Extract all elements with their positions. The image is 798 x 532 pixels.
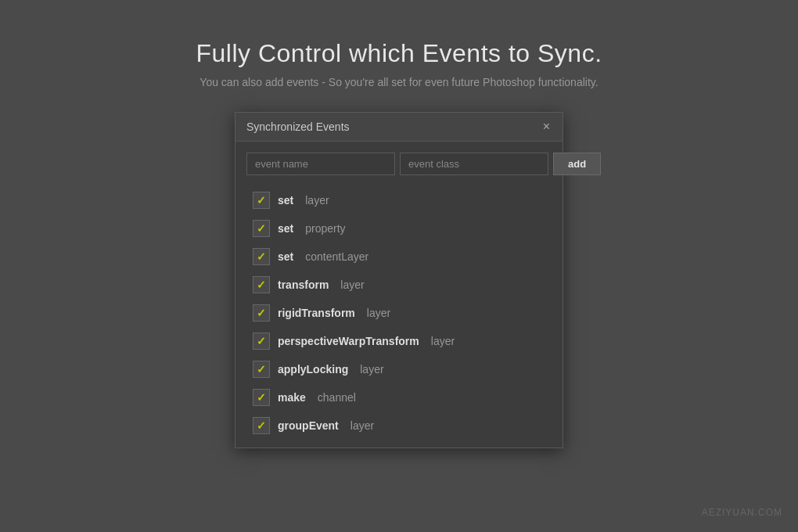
dialog-titlebar: Synchronized Events ×: [235, 113, 563, 142]
event-name: set: [278, 250, 293, 263]
event-class-input[interactable]: [400, 153, 548, 175]
event-checkbox[interactable]: ✓: [253, 304, 270, 322]
event-item: ✓setcontentLayer: [246, 243, 552, 271]
main-title: Fully Control which Events to Sync.: [196, 39, 602, 68]
event-class: layer: [340, 279, 364, 291]
event-class: layer: [367, 307, 390, 319]
checkmark-icon: ✓: [257, 195, 266, 206]
dialog-body: add ✓setlayer✓setproperty✓setcontentLaye…: [235, 142, 563, 448]
event-name: groupEvent: [278, 419, 339, 432]
event-item: ✓perspectiveWarpTransformlayer: [246, 327, 552, 355]
event-item: ✓setproperty: [246, 214, 552, 243]
checkmark-icon: ✓: [257, 223, 266, 234]
event-name: applyLocking: [278, 363, 348, 376]
events-list: ✓setlayer✓setproperty✓setcontentLayer✓tr…: [246, 186, 552, 437]
input-row: add: [246, 153, 552, 175]
dialog-box: Synchronized Events × add ✓setlayer✓setp…: [235, 112, 563, 448]
checkmark-icon: ✓: [257, 420, 266, 431]
event-class: layer: [305, 194, 329, 207]
checkmark-icon: ✓: [257, 251, 266, 262]
checkmark-icon: ✓: [257, 336, 266, 347]
event-name: set: [278, 194, 293, 207]
event-checkbox[interactable]: ✓: [253, 276, 270, 293]
event-class: layer: [350, 419, 374, 432]
event-checkbox[interactable]: ✓: [253, 417, 270, 434]
header-section: Fully Control which Events to Sync. You …: [196, 39, 602, 88]
event-name: rigidTransform: [278, 307, 355, 319]
event-checkbox[interactable]: ✓: [253, 389, 270, 406]
sub-title: You can also add events - So you're all …: [196, 76, 602, 88]
event-item: ✓rigidTransformlayer: [246, 299, 552, 327]
event-name: set: [278, 222, 293, 235]
event-class: channel: [318, 391, 356, 404]
event-class: layer: [360, 363, 383, 376]
event-checkbox[interactable]: ✓: [253, 248, 270, 265]
event-item: ✓setlayer: [246, 186, 552, 214]
dialog-title: Synchronized Events: [246, 120, 350, 133]
close-button[interactable]: ×: [541, 120, 552, 133]
event-class: contentLayer: [305, 250, 368, 263]
event-checkbox[interactable]: ✓: [253, 361, 270, 378]
event-name: transform: [278, 279, 329, 291]
checkmark-icon: ✓: [257, 279, 266, 290]
add-button[interactable]: add: [553, 153, 601, 175]
event-name: perspectiveWarpTransform: [278, 335, 419, 347]
event-checkbox[interactable]: ✓: [253, 192, 270, 209]
watermark: AEZIYUAN.COM: [702, 507, 782, 518]
checkmark-icon: ✓: [257, 364, 266, 375]
checkmark-icon: ✓: [257, 307, 266, 318]
event-class: layer: [431, 335, 455, 347]
event-checkbox[interactable]: ✓: [253, 220, 270, 237]
event-item: ✓groupEventlayer: [246, 412, 552, 437]
checkmark-icon: ✓: [257, 392, 266, 403]
event-name: make: [278, 391, 306, 404]
event-class: property: [305, 222, 345, 235]
event-item: ✓makechannel: [246, 383, 552, 412]
event-item: ✓transformlayer: [246, 271, 552, 299]
event-checkbox[interactable]: ✓: [253, 332, 270, 350]
event-name-input[interactable]: [246, 153, 395, 175]
event-item: ✓applyLockinglayer: [246, 355, 552, 383]
